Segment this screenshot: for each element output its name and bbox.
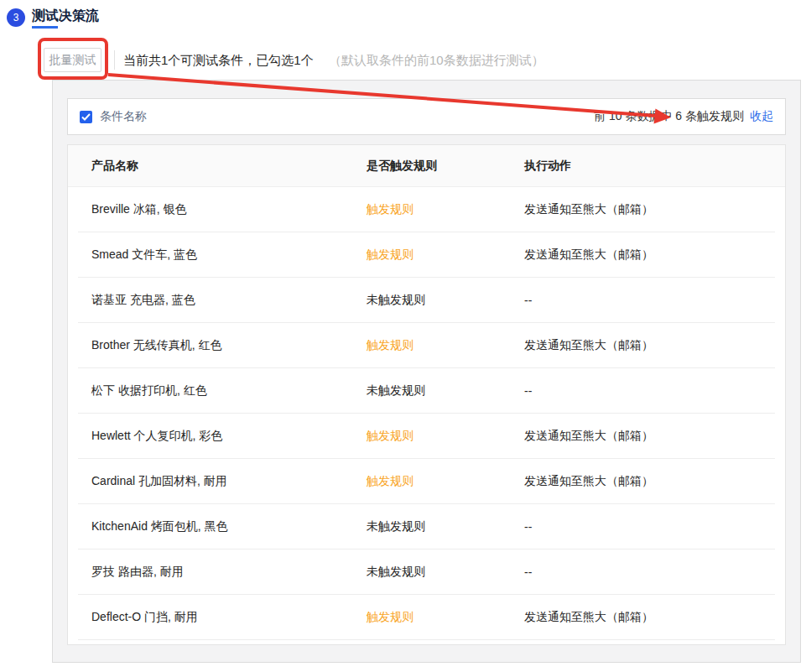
product-name: 松下 收据打印机, 红色 (78, 383, 367, 399)
table-row: 罗技 路由器, 耐用未触发规则-- (78, 550, 775, 595)
column-header-trigger: 是否触发规则 (367, 159, 524, 174)
product-name: Cardinal 孔加固材料, 耐用 (78, 474, 367, 489)
action-text: -- (524, 565, 775, 579)
product-name: KitchenAid 烤面包机, 黑色 (78, 519, 367, 534)
condition-header-row: 条件名称 前 10 条数据中 6 条触发规则 收起 (67, 98, 786, 135)
trigger-status: 触发规则 (367, 338, 524, 353)
trigger-status: 触发规则 (367, 202, 524, 217)
condition-count-text: 当前共1个可测试条件，已勾选1个 (123, 53, 314, 69)
condition-checkbox[interactable] (80, 111, 92, 123)
table-row: Brother 无线传真机, 红色触发规则发送通知至熊大（邮箱） (78, 323, 775, 368)
default-hint-text: （默认取条件的前10条数据进行测试） (329, 53, 544, 69)
product-name: 诺基亚 充电器, 蓝色 (78, 293, 367, 308)
title-underline (32, 26, 58, 29)
test-result-panel: 条件名称 前 10 条数据中 6 条触发规则 收起 产品名称 是否触发规则 执行… (52, 80, 801, 663)
trigger-status: 未触发规则 (367, 565, 524, 580)
product-name: 罗技 路由器, 耐用 (78, 565, 367, 580)
trigger-status: 触发规则 (367, 247, 524, 263)
action-text: -- (524, 294, 775, 307)
table-header-row: 产品名称 是否触发规则 执行动作 (68, 145, 785, 187)
result-table: 产品名称 是否触发规则 执行动作 Breville 冰箱, 银色触发规则发送通知… (67, 144, 786, 645)
product-name: Smead 文件车, 蓝色 (78, 247, 367, 263)
step-number-badge: 3 (7, 8, 25, 27)
action-text: 发送通知至熊大（邮箱） (524, 202, 775, 217)
trigger-status: 未触发规则 (367, 519, 524, 534)
batch-test-button[interactable]: 批量测试 (44, 48, 101, 72)
action-text: 发送通知至熊大（邮箱） (524, 429, 775, 444)
table-row: KitchenAid 烤面包机, 黑色未触发规则-- (78, 504, 775, 550)
trigger-status: 未触发规则 (367, 383, 524, 399)
trigger-status: 触发规则 (367, 429, 524, 444)
table-row: Breville 冰箱, 银色触发规则发送通知至熊大（邮箱） (78, 187, 775, 232)
column-header-product: 产品名称 (68, 159, 367, 174)
column-header-action: 执行动作 (524, 159, 785, 174)
page: 3 测试决策流 批量测试 当前共1个可测试条件，已勾选1个 （默认取条件的前10… (0, 0, 806, 672)
action-text: -- (524, 384, 775, 398)
product-name: Deflect-O 门挡, 耐用 (78, 610, 367, 625)
table-row: Hewlett 个人复印机, 彩色触发规则发送通知至熊大（邮箱） (78, 414, 775, 459)
product-name: Hewlett 个人复印机, 彩色 (78, 429, 367, 444)
step-number: 3 (13, 12, 19, 23)
page-title: 测试决策流 (32, 8, 99, 25)
table-row: Cardinal 孔加固材料, 耐用触发规则发送通知至熊大（邮箱） (78, 459, 775, 504)
action-text: 发送通知至熊大（邮箱） (524, 474, 775, 489)
collapse-link[interactable]: 收起 (750, 109, 773, 124)
toolbar-divider (114, 50, 115, 70)
table-row: Smead 文件车, 蓝色触发规则发送通知至熊大（邮箱） (78, 232, 775, 278)
trigger-status: 未触发规则 (367, 293, 524, 308)
table-row: 诺基亚 充电器, 蓝色未触发规则-- (78, 278, 775, 323)
trigger-status: 触发规则 (367, 474, 524, 489)
condition-name-label: 条件名称 (100, 109, 147, 124)
trigger-summary-text: 前 10 条数据中 6 条触发规则 (594, 109, 744, 124)
action-text: 发送通知至熊大（邮箱） (524, 610, 775, 625)
trigger-status: 触发规则 (367, 610, 524, 625)
action-text: 发送通知至熊大（邮箱） (524, 338, 775, 353)
action-text: -- (524, 520, 775, 534)
table-row: Deflect-O 门挡, 耐用触发规则发送通知至熊大（邮箱） (78, 595, 775, 640)
table-body: Breville 冰箱, 银色触发规则发送通知至熊大（邮箱）Smead 文件车,… (68, 187, 785, 640)
product-name: Breville 冰箱, 银色 (78, 202, 367, 217)
table-row: 松下 收据打印机, 红色未触发规则-- (78, 368, 775, 414)
check-icon (81, 113, 91, 121)
action-text: 发送通知至熊大（邮箱） (524, 247, 775, 263)
product-name: Brother 无线传真机, 红色 (78, 338, 367, 353)
